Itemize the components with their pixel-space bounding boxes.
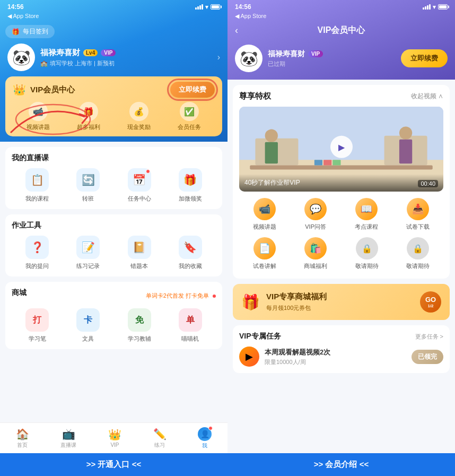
priv-locked-icon-2: 🔒 xyxy=(407,237,429,259)
vip-feature-video[interactable]: 📹 视频讲题 xyxy=(27,102,50,131)
priv-download-item[interactable]: 📥 试卷下载 xyxy=(406,198,430,231)
vip-renew-button[interactable]: 立即续费 xyxy=(170,82,215,98)
priv-download-label: 试卷下载 xyxy=(406,223,430,231)
right-time: 14:56 xyxy=(235,3,251,11)
shop-promo: 单词卡2代首发 打卡免单 xyxy=(146,292,216,300)
priv-coming-soon-label-2: 敬请期待 xyxy=(406,262,430,270)
nav-home-label: 首页 xyxy=(17,442,28,449)
shop-card-bag-icon: 🎁 xyxy=(241,293,260,311)
error-book-item[interactable]: 📔 错题本 xyxy=(128,236,151,270)
priv-paper-explain-icon: 📄 xyxy=(253,237,276,259)
privilege-icons-row2: 📄 试卷讲解 🛍️ 商城福利 🔒 敬请期待 🔒 敬请期待 xyxy=(239,237,443,270)
nav-live[interactable]: 📺 直播课 xyxy=(60,428,76,449)
left-app-store-label[interactable]: ◀ App Store xyxy=(7,13,39,20)
my-questions-item[interactable]: ❓ 我的提问 xyxy=(25,236,49,270)
tasks-title: VIP专属任务 xyxy=(239,332,281,341)
my-courses-icon: 📋 xyxy=(25,168,49,192)
right-user-name: 福禄寿喜财 VIP xyxy=(268,49,323,59)
go-label: GO xyxy=(425,296,436,304)
me-icon-circle: 👤 xyxy=(198,427,212,441)
study-pen-item[interactable]: 打 学习笔 xyxy=(25,308,49,343)
priv-shop-item[interactable]: 🛍️ 商城福利 xyxy=(304,237,327,270)
transfer-class-icon: 🔄 xyxy=(76,168,100,192)
collapse-button[interactable]: 收起视频 ∧ xyxy=(411,92,443,101)
video-play-button[interactable]: ▶ xyxy=(330,136,353,158)
video-thumbnail[interactable]: ▶ 40秒了解作业帮VIP 00:40 xyxy=(239,107,443,192)
stationery-item[interactable]: 卡 文具 xyxy=(76,308,100,343)
vip-feature-benefits[interactable]: 🎁 超多福利 xyxy=(77,102,100,131)
task-claim-button[interactable]: 已领完 xyxy=(412,350,443,364)
my-courses-item[interactable]: 📋 我的课程 xyxy=(25,168,49,203)
right-status-icons: ▾ xyxy=(423,4,448,11)
left-cta-bar[interactable]: >> 开通入口 << xyxy=(0,453,228,476)
tools-icon-grid: ❓ 我的提问 📝 练习记录 📔 错题本 🔖 我的收藏 xyxy=(12,236,216,270)
right-renew-button[interactable]: 立即续费 xyxy=(401,49,448,67)
priv-keypoints-label: 考点课程 xyxy=(355,223,378,231)
profile-chevron-icon[interactable]: › xyxy=(217,53,220,62)
task-center-item[interactable]: 📅 任务中心 xyxy=(128,168,151,203)
textbook-item[interactable]: 免 学习教辅 xyxy=(128,308,151,343)
task-sub: 限量10000人/周 xyxy=(265,358,406,366)
gift-icon: 🎁 xyxy=(12,28,20,36)
svg-point-7 xyxy=(399,126,412,139)
wechat-prize-item[interactable]: 🎁 加微领奖 xyxy=(179,168,202,203)
right-user-text: 福禄寿喜财 VIP 已过期 xyxy=(268,49,323,68)
priv-paper-explain-label: 试卷讲解 xyxy=(253,262,276,270)
svg-rect-11 xyxy=(323,160,331,165)
my-favorites-item[interactable]: 🔖 我的收藏 xyxy=(179,236,202,270)
back-button[interactable]: ‹ xyxy=(235,25,238,36)
vip-tasks-section: VIP专属任务 更多任务 > ▶ 本周观看解题视频2次 限量10000人/周 已… xyxy=(233,325,450,373)
priv-paper-explain-item[interactable]: 📄 试卷讲解 xyxy=(253,237,276,270)
practice-record-icon: 📝 xyxy=(76,236,100,259)
priv-qa-item[interactable]: 💬 VIP问答 xyxy=(304,198,327,231)
tools-section-title: 作业工具 xyxy=(12,221,216,230)
priv-coming-soon-label-1: 敬请期待 xyxy=(355,262,379,270)
nav-me[interactable]: 👤 我 xyxy=(198,427,212,449)
shop-card-left-content: 🎁 VIP专享商城福利 每月领100元券包 xyxy=(241,292,327,312)
vip-card-title: VIP会员中心 xyxy=(30,85,75,95)
practice-icon: ✏️ xyxy=(153,428,167,440)
svg-point-5 xyxy=(265,129,278,142)
stationery-label: 文具 xyxy=(82,335,94,343)
daily-checkin[interactable]: 🎁 每日签到 xyxy=(5,25,55,38)
vip-feature-task[interactable]: ✅ 会员任务 xyxy=(178,102,201,131)
svg-rect-10 xyxy=(314,160,322,165)
transfer-class-item[interactable]: 🔄 转班 xyxy=(76,168,100,203)
left-time: 14:56 xyxy=(7,3,24,11)
video-feature-icon: 📹 xyxy=(29,102,48,121)
task-badge xyxy=(146,169,150,174)
nav-practice[interactable]: ✏️ 练习 xyxy=(153,428,167,449)
priv-video-item[interactable]: 📹 视频讲题 xyxy=(253,198,276,231)
live-section-title: 我的直播课 xyxy=(12,153,216,163)
error-book-icon: 📔 xyxy=(128,236,151,259)
right-user-info: 🐼 福禄寿喜财 VIP 已过期 xyxy=(235,45,323,72)
wechat-prize-label: 加微领奖 xyxy=(179,195,202,203)
right-cta-bar[interactable]: >> 会员介绍 << xyxy=(228,453,455,476)
wifi-icon: ▾ xyxy=(205,4,208,11)
user-name: 福禄寿喜财 xyxy=(40,48,80,58)
vip-shop-title: VIP专享商城福利 xyxy=(266,292,327,302)
privilege-icons-row1: 📹 视频讲题 💬 VIP问答 📖 考点课程 📥 试卷下载 xyxy=(239,198,443,231)
left-header: 14:56 ▾ ◀ App Store 🎁 每日签到 xyxy=(0,0,228,142)
nav-vip[interactable]: 👑 VIP xyxy=(108,428,121,448)
me-icon: 👤 xyxy=(200,430,209,438)
task-item: ▶ 本周观看解题视频2次 限量10000人/周 已领完 xyxy=(239,347,443,367)
left-app-store-bar: ◀ App Store xyxy=(0,12,228,22)
miaomiao-item[interactable]: 单 喵喵机 xyxy=(179,308,202,343)
left-panel: 14:56 ▾ ◀ App Store 🎁 每日签到 xyxy=(0,0,228,476)
go-button[interactable]: GO 1/2 xyxy=(420,291,441,313)
live-icon: 📺 xyxy=(62,428,75,440)
vip-feature-cash[interactable]: 💰 现金奖励 xyxy=(127,102,151,131)
left-status-bar: 14:56 ▾ xyxy=(0,0,228,12)
vip-shop-card[interactable]: 🎁 VIP专享商城福利 每月领100元券包 GO 1/2 xyxy=(233,284,450,320)
promo-dot xyxy=(213,295,216,298)
priv-keypoints-item[interactable]: 📖 考点课程 xyxy=(355,198,378,231)
my-favorites-icon: 🔖 xyxy=(179,236,202,259)
tasks-more[interactable]: 更多任务 > xyxy=(415,333,443,341)
study-pen-icon: 打 xyxy=(25,308,49,332)
nav-home[interactable]: 🏠 首页 xyxy=(16,428,29,449)
practice-record-item[interactable]: 📝 练习记录 xyxy=(76,236,100,270)
user-info: 福禄寿喜财 Lv4 VIP 🏫 填写学校 上海市 | 新预初 xyxy=(40,48,212,67)
right-app-store-label[interactable]: ◀ App Store xyxy=(235,13,266,20)
my-questions-icon: ❓ xyxy=(25,236,49,259)
